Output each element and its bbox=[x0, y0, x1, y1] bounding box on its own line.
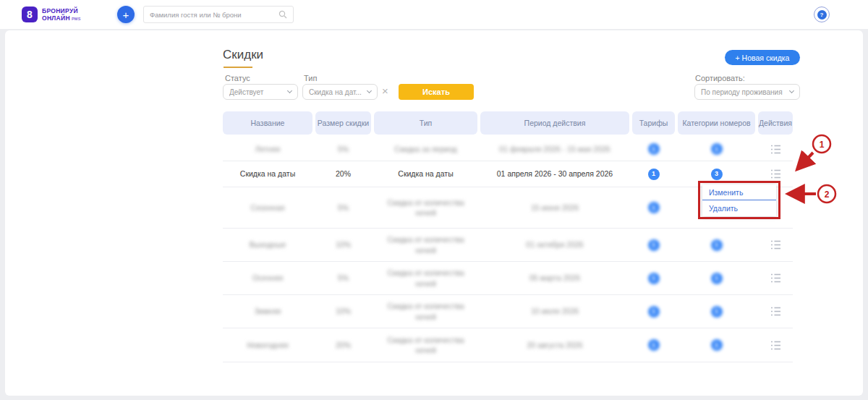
row-actions-button[interactable] bbox=[769, 339, 783, 352]
annotation-highlight-box bbox=[698, 181, 780, 219]
table-row: Осенняя 5% Скидка от количества ночей 05… bbox=[223, 262, 793, 295]
logo-text: БРОНИРУЙ ОНЛАЙНPMS bbox=[42, 7, 81, 22]
tariffs-badge[interactable]: 1 bbox=[648, 306, 660, 318]
row-actions-button[interactable] bbox=[769, 143, 783, 156]
tariffs-badge[interactable]: 1 bbox=[648, 143, 660, 155]
categories-badge[interactable]: 1 bbox=[711, 239, 723, 251]
logo-line2: ОНЛАЙНPMS bbox=[42, 14, 81, 22]
tariffs-badge[interactable]: 1 bbox=[648, 339, 660, 351]
sort-label: Сортировать: bbox=[695, 74, 745, 82]
column-header-name: Название bbox=[223, 111, 312, 135]
cell-name: Зимняя bbox=[223, 295, 312, 328]
title-underline bbox=[224, 67, 252, 68]
cell-type: Скидка за период bbox=[374, 137, 477, 161]
logo-suffix: PMS bbox=[72, 17, 81, 21]
search-icon bbox=[278, 10, 287, 19]
new-discount-button[interactable]: + Новая скидка bbox=[725, 50, 800, 65]
cell-period: 01 апреля 2026 - 30 апреля 2026 bbox=[480, 161, 629, 187]
chevron-down-icon bbox=[287, 88, 292, 93]
column-header-size: Размер скидки bbox=[315, 111, 371, 135]
row-actions-button[interactable] bbox=[769, 239, 783, 251]
cell-period: 01 февраля 2026 - 15 мая 2026 bbox=[480, 137, 629, 161]
row-actions-button[interactable] bbox=[769, 168, 783, 180]
cell-name: Скидка на даты bbox=[223, 161, 312, 187]
status-filter-select[interactable]: Действует bbox=[223, 84, 298, 100]
column-header-period: Период действия bbox=[480, 111, 629, 135]
type-filter-label: Тип bbox=[304, 74, 317, 82]
table-row: Новогодняя 20% Скидка от количества ноче… bbox=[223, 328, 793, 362]
list-menu-icon bbox=[770, 240, 781, 250]
cell-size: 5% bbox=[315, 187, 371, 228]
list-menu-icon bbox=[770, 307, 781, 316]
column-header-type: Тип bbox=[374, 111, 477, 135]
cell-size: 10% bbox=[315, 229, 371, 261]
page-title: Скидки bbox=[223, 48, 263, 62]
row-actions-button[interactable] bbox=[769, 305, 783, 318]
categories-badge[interactable]: 3 bbox=[711, 169, 723, 180]
cell-type: Скидка от количества ночей bbox=[374, 187, 477, 228]
cell-name: Осенняя bbox=[223, 262, 312, 294]
clear-filters-icon[interactable]: × bbox=[382, 85, 388, 97]
column-header-actions: Действия bbox=[758, 111, 793, 135]
cell-size: 20% bbox=[315, 328, 371, 362]
categories-badge[interactable]: 1 bbox=[711, 306, 723, 318]
cell-type: Скидка от количества ночей bbox=[374, 295, 477, 328]
cell-period: 15 июня 2026 bbox=[480, 187, 629, 228]
cell-period: 05 марта 2026 bbox=[480, 262, 629, 294]
cell-type: Скидка от количества ночей bbox=[374, 262, 477, 294]
logo-line1: БРОНИРУЙ bbox=[42, 7, 81, 14]
table-row: Выходные 10% Скидка от количества ночей … bbox=[223, 229, 793, 262]
question-icon: ? bbox=[817, 10, 827, 20]
tariffs-badge[interactable]: 1 bbox=[648, 169, 660, 180]
logo-icon: 8 bbox=[22, 7, 38, 22]
tariffs-badge[interactable]: 1 bbox=[648, 239, 660, 251]
chevron-down-icon bbox=[367, 88, 372, 93]
cell-period: 20 августа 2026 bbox=[480, 328, 629, 362]
table-row: Зимняя 10% Скидка от количества ночей 10… bbox=[223, 295, 793, 328]
categories-badge[interactable]: 1 bbox=[711, 143, 723, 155]
table-row: Летняя 5% Скидка за период 01 февраля 20… bbox=[223, 137, 793, 161]
cell-name: Летняя bbox=[223, 137, 312, 161]
cell-period: 10 июля 2026 bbox=[480, 295, 629, 328]
cell-size: 10% bbox=[315, 295, 371, 328]
cell-name: Новогодняя bbox=[223, 328, 312, 362]
guest-search-input[interactable] bbox=[150, 11, 278, 19]
cell-type: Скидка от количества ночей bbox=[374, 229, 477, 261]
cell-type: Скидка от количества ночей bbox=[374, 328, 477, 362]
list-menu-icon bbox=[770, 145, 781, 154]
cell-size: 5% bbox=[315, 137, 371, 161]
column-header-tariffs: Тарифы bbox=[632, 111, 675, 135]
categories-badge[interactable]: 1 bbox=[711, 339, 723, 351]
list-menu-icon bbox=[770, 341, 781, 350]
help-button[interactable]: ? bbox=[814, 7, 830, 22]
status-filter-label: Статус bbox=[225, 74, 250, 82]
list-menu-icon bbox=[770, 169, 781, 179]
sort-select[interactable]: По периоду проживания bbox=[694, 84, 800, 100]
add-booking-button[interactable]: + bbox=[117, 6, 135, 23]
list-menu-icon bbox=[770, 273, 781, 283]
apply-filters-button[interactable]: Искать bbox=[399, 84, 474, 100]
categories-badge[interactable]: 1 bbox=[711, 273, 723, 284]
cell-period: 01 октября 2026 bbox=[480, 229, 629, 261]
tariffs-badge[interactable]: 1 bbox=[648, 273, 660, 284]
chevron-down-icon bbox=[789, 88, 794, 93]
app-logo: 8 БРОНИРУЙ ОНЛАЙНPMS bbox=[22, 7, 81, 22]
tariffs-badge[interactable]: 1 bbox=[648, 202, 660, 213]
type-filter-select[interactable]: Скидка на дат... bbox=[302, 84, 378, 100]
cell-name: Сезонная bbox=[223, 187, 312, 228]
cell-size: 20% bbox=[315, 161, 371, 187]
cell-size: 5% bbox=[315, 262, 371, 294]
cell-name: Выходные bbox=[223, 229, 312, 261]
row-actions-button[interactable] bbox=[769, 272, 783, 284]
column-header-categories: Категории номеров bbox=[678, 111, 755, 135]
cell-type: Скидка на даты bbox=[374, 161, 477, 187]
topbar: 8 БРОНИРУЙ ОНЛАЙНPMS + ? bbox=[0, 0, 868, 29]
guest-search[interactable] bbox=[143, 6, 294, 23]
